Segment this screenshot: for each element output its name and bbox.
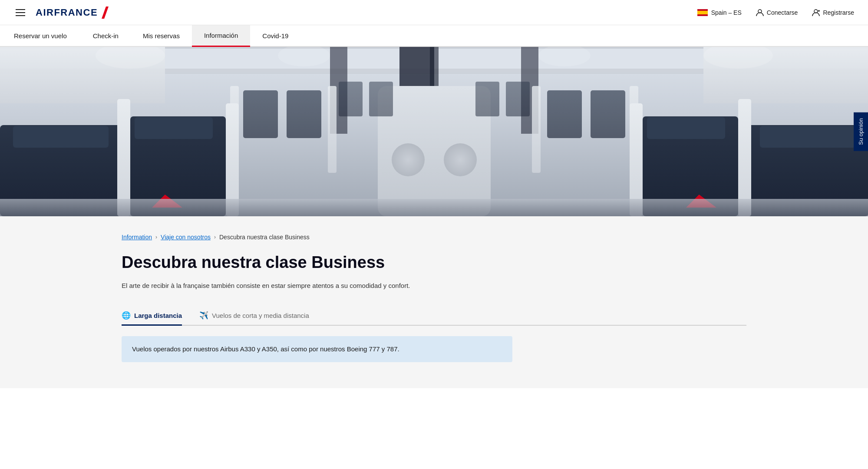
svg-rect-26 <box>547 90 582 138</box>
svg-rect-25 <box>287 90 321 138</box>
logo-text: AIRFRANCE <box>36 7 98 18</box>
hamburger-menu[interactable] <box>14 7 27 18</box>
svg-rect-24 <box>243 90 278 138</box>
svg-rect-46 <box>0 199 868 216</box>
svg-point-19 <box>444 143 477 176</box>
svg-rect-36 <box>117 99 130 216</box>
cabin-illustration <box>0 47 868 216</box>
info-box-text: Vuelos operados por nuestros Airbus A330… <box>132 345 399 353</box>
svg-rect-45 <box>760 126 855 148</box>
register-label: Registrarse <box>823 9 854 16</box>
breadcrumb-separator-2: › <box>214 234 216 240</box>
tab-corta-label: Vuelos de corta y media distancia <box>212 312 309 319</box>
top-nav: AIRFRANCE Spain – ES Conectarse <box>0 0 868 25</box>
svg-rect-30 <box>532 86 541 173</box>
svg-marker-0 <box>102 7 109 19</box>
svg-rect-43 <box>135 117 213 139</box>
svg-rect-23 <box>506 82 530 116</box>
globe-icon: 🌐 <box>122 311 131 320</box>
content-tabs: 🌐 Larga distancia ✈️ Vuelos de corta y m… <box>122 307 746 326</box>
hero-image: Su opinión <box>0 47 868 216</box>
svg-rect-42 <box>13 126 109 148</box>
svg-rect-20 <box>339 82 363 116</box>
plane-icon: ✈️ <box>199 311 208 320</box>
user-icon <box>756 8 764 17</box>
page-title: Descubra nuestra clase Business <box>122 253 746 273</box>
main-nav: Reservar un vuelo Check-in Mis reservas … <box>0 25 868 47</box>
nav-item-reservas[interactable]: Mis reservas <box>131 25 192 46</box>
tab-larga-distancia[interactable]: 🌐 Larga distancia <box>122 307 182 326</box>
breadcrumb-separator-1: › <box>155 234 157 240</box>
breadcrumb-current: Descubra nuestra clase Business <box>219 234 310 241</box>
logo[interactable]: AIRFRANCE <box>36 7 109 19</box>
connect-label: Conectarse <box>767 9 798 16</box>
breadcrumb-viaje[interactable]: Viaje con nosotros <box>161 234 211 241</box>
logo-slash-icon <box>99 7 109 19</box>
tab-larga-label: Larga distancia <box>134 312 182 319</box>
connect-button[interactable]: Conectarse <box>756 8 798 17</box>
svg-rect-22 <box>475 82 499 116</box>
nav-item-covid[interactable]: Covid-19 <box>250 25 300 46</box>
info-box: Vuelos operados por nuestros Airbus A330… <box>122 336 512 362</box>
content-area: Information › Viaje con nosotros › Descu… <box>0 216 868 388</box>
breadcrumb: Information › Viaje con nosotros › Descu… <box>122 234 746 241</box>
svg-rect-27 <box>591 90 625 138</box>
svg-rect-38 <box>738 99 751 216</box>
country-label: Spain – ES <box>711 9 742 16</box>
register-button[interactable]: Registrarse <box>812 8 854 17</box>
svg-rect-2 <box>697 11 708 14</box>
nav-item-reservar[interactable]: Reservar un vuelo <box>14 25 79 46</box>
page-subtitle: El arte de recibir à la française tambié… <box>122 281 746 291</box>
nav-item-informacion[interactable]: Información <box>192 25 250 47</box>
svg-rect-44 <box>647 117 725 139</box>
svg-point-18 <box>392 143 425 176</box>
spain-flag-icon <box>697 9 708 16</box>
register-icon <box>812 8 820 17</box>
nav-item-checkin[interactable]: Check-in <box>81 25 131 46</box>
svg-rect-29 <box>328 86 337 173</box>
feedback-tab[interactable]: Su opinión <box>854 112 868 151</box>
svg-rect-21 <box>369 82 393 116</box>
country-selector[interactable]: Spain – ES <box>697 9 742 16</box>
breadcrumb-information[interactable]: Information <box>122 234 152 241</box>
tab-corta-distancia[interactable]: ✈️ Vuelos de corta y media distancia <box>199 307 309 324</box>
